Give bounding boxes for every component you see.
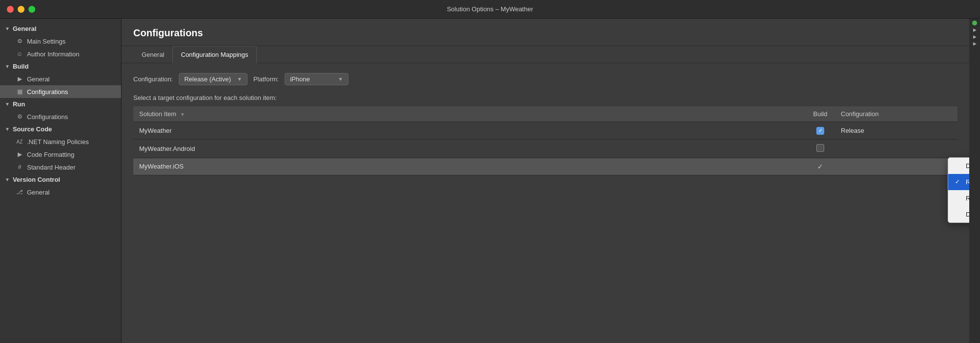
table-row: MyWeather.iOS ✓ Debug|iPhoneSimulator bbox=[133, 158, 957, 175]
scroll-indicator bbox=[972, 21, 977, 25]
chevron-down-icon: ▼ bbox=[5, 26, 10, 31]
table-row: MyWeather.Android bbox=[133, 139, 957, 158]
page-title: Configurations bbox=[133, 27, 203, 38]
maximize-button[interactable] bbox=[28, 6, 35, 13]
sidebar-section-build-label: Build bbox=[13, 63, 29, 70]
build-cell[interactable] bbox=[806, 139, 835, 158]
build-cell[interactable] bbox=[806, 122, 835, 140]
sidebar-item-net-naming[interactable]: AZ .NET Naming Policies bbox=[0, 135, 121, 148]
table-header-row: Solution Item ▼ Build Configuration bbox=[133, 106, 957, 122]
configuration-label: Configuration: bbox=[133, 75, 173, 83]
chevron-down-icon: ▼ bbox=[5, 177, 10, 182]
sidebar-section-version-control-label: Version Control bbox=[13, 176, 60, 183]
sidebar-item-main-settings[interactable]: ⚙ Main Settings bbox=[0, 35, 121, 48]
tabs-bar: General Configuration Mappings bbox=[122, 46, 969, 63]
dropdown-item-release-iphone[interactable]: ✓ Release|iPhone bbox=[948, 174, 969, 190]
content-header: Configurations bbox=[122, 19, 969, 46]
sidebar-item-code-formatting[interactable]: ▶ Code Formatting bbox=[0, 148, 121, 161]
dropdown-item-release-iphone-sim[interactable]: Release|iPhoneSimulator bbox=[948, 190, 969, 206]
hash-icon: # bbox=[16, 163, 24, 171]
main-layout: ▼ General ⚙ Main Settings ☺ Author Infor… bbox=[0, 19, 980, 343]
tab-configuration-mappings[interactable]: Configuration Mappings bbox=[172, 46, 256, 63]
window-controls[interactable] bbox=[7, 6, 35, 13]
play-icon: ▶ bbox=[16, 150, 24, 158]
chevron-down-icon: ▼ bbox=[5, 64, 10, 69]
gear-icon: ⚙ bbox=[16, 37, 24, 45]
sidebar: ▼ General ⚙ Main Settings ☺ Author Infor… bbox=[0, 19, 122, 343]
sidebar-item-author-information[interactable]: ☺ Author Information bbox=[0, 48, 121, 60]
grid-icon: ▦ bbox=[16, 88, 24, 96]
dropdown-item-debug-iphone-sim[interactable]: Debug|iPhoneSimulator bbox=[948, 158, 969, 174]
sidebar-item-run-configurations[interactable]: ⚙ Configurations bbox=[0, 110, 121, 123]
sidebar-section-version-control[interactable]: ▼ Version Control bbox=[0, 173, 121, 186]
configuration-cell bbox=[835, 139, 957, 158]
scroll-arrow-right[interactable]: ▶ bbox=[973, 41, 977, 46]
build-checkbox[interactable] bbox=[816, 144, 824, 152]
sidebar-section-run[interactable]: ▼ Run bbox=[0, 98, 121, 110]
config-dropdown-menu[interactable]: Debug|iPhoneSimulator ✓ Release|iPhone R… bbox=[948, 157, 969, 223]
config-row: Configuration: Release (Active) ▼ Platfo… bbox=[133, 73, 957, 85]
sidebar-section-build[interactable]: ▼ Build bbox=[0, 60, 121, 73]
sidebar-section-run-label: Run bbox=[13, 100, 25, 108]
solution-item-cell: MyWeather bbox=[133, 122, 806, 140]
table-description: Select a target configuration for each s… bbox=[133, 94, 957, 101]
close-button[interactable] bbox=[7, 6, 14, 13]
sidebar-item-configurations[interactable]: ▦ Configurations bbox=[0, 85, 121, 98]
platform-label: Platform: bbox=[253, 75, 279, 83]
text-icon: AZ bbox=[16, 138, 24, 146]
sort-icon: ▼ bbox=[180, 112, 185, 117]
sidebar-item-build-general[interactable]: ▶ General bbox=[0, 73, 121, 85]
sidebar-item-vc-general[interactable]: ⎇ General bbox=[0, 186, 121, 198]
dropdown-item-debug-iphone[interactable]: Debug|iPhone bbox=[948, 206, 969, 222]
check-icon: ✓ bbox=[955, 178, 962, 185]
build-cell[interactable]: ✓ bbox=[806, 158, 835, 175]
platform-dropdown[interactable]: iPhone ▼ bbox=[285, 73, 348, 85]
tab-general[interactable]: General bbox=[133, 46, 172, 63]
scroll-down-arrow[interactable]: ▶ bbox=[973, 34, 977, 39]
build-header: Build bbox=[806, 106, 835, 122]
title-bar: Solution Options – MyWeather bbox=[0, 0, 980, 19]
sidebar-item-standard-header[interactable]: # Standard Header bbox=[0, 161, 121, 173]
solution-item-cell: MyWeather.iOS bbox=[133, 158, 806, 175]
configuration-cell: Release bbox=[835, 122, 957, 140]
chevron-down-icon: ▼ bbox=[5, 101, 10, 107]
chevron-down-icon: ▼ bbox=[338, 76, 343, 82]
sidebar-section-general[interactable]: ▼ General bbox=[0, 23, 121, 35]
content-body: Configuration: Release (Active) ▼ Platfo… bbox=[122, 63, 969, 343]
right-panel: ▶ ▶ ▶ bbox=[969, 19, 980, 343]
solution-item-cell: MyWeather.Android bbox=[133, 139, 806, 158]
configuration-header: Configuration bbox=[835, 106, 957, 122]
configuration-table: Solution Item ▼ Build Configuration bbox=[133, 106, 957, 175]
configuration-value: Release bbox=[841, 127, 864, 134]
table-row: MyWeather Release bbox=[133, 122, 957, 140]
sidebar-section-general-label: General bbox=[13, 25, 36, 32]
configuration-cell[interactable]: Debug|iPhoneSimulator ✓ Release|iPhone R… bbox=[835, 158, 957, 175]
gear-icon: ⚙ bbox=[16, 113, 24, 121]
branch-icon: ⎇ bbox=[16, 188, 24, 196]
scroll-up-arrow[interactable]: ▶ bbox=[973, 27, 977, 32]
chevron-down-icon: ▼ bbox=[5, 126, 10, 132]
sidebar-section-source-code[interactable]: ▼ Source Code bbox=[0, 123, 121, 135]
window-title: Solution Options – MyWeather bbox=[447, 5, 533, 13]
sidebar-section-source-code-label: Source Code bbox=[13, 125, 52, 133]
checkmark-icon: ✓ bbox=[817, 163, 823, 171]
build-checkbox[interactable] bbox=[816, 127, 824, 135]
person-icon: ☺ bbox=[16, 50, 24, 58]
play-icon: ▶ bbox=[16, 75, 24, 83]
content-area: Configurations General Configuration Map… bbox=[122, 19, 969, 343]
chevron-down-icon: ▼ bbox=[237, 76, 242, 82]
minimize-button[interactable] bbox=[18, 6, 24, 13]
configuration-dropdown[interactable]: Release (Active) ▼ bbox=[179, 73, 247, 85]
solution-item-header: Solution Item ▼ bbox=[133, 106, 806, 122]
